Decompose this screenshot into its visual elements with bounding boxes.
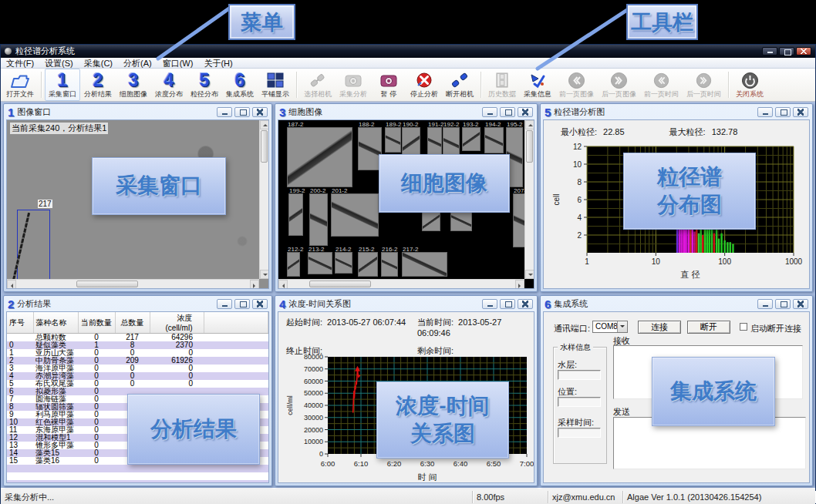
window-minimize-button[interactable] [762,47,777,55]
next-image-button[interactable]: 后一页图像 [598,69,640,101]
connect-button[interactable]: 连接 [638,321,681,334]
panel1-title-bar[interactable]: 1 图像窗口 [4,104,271,119]
view-capture-window-button[interactable]: 1 采集窗口 [45,69,80,101]
panel6-title-bar[interactable]: 6 集成系统 [541,296,812,311]
panel1-close-button[interactable] [252,107,268,117]
menu-item-analysis[interactable]: 分析(A) [118,58,157,69]
scrollbar-thumb[interactable] [76,281,138,287]
panel2-maximize-button[interactable] [234,299,250,309]
scroll-down-arrow-icon[interactable] [260,270,269,279]
view-analysis-results-button[interactable]: 2 分析结果 [80,69,116,101]
prev-time-button[interactable]: 前一页时间 [640,69,683,101]
com-port-select[interactable]: COM8 [592,321,628,333]
panel3-title-bar[interactable]: 3 细胞图像 [275,104,537,119]
cell-thumbnail[interactable]: 214-2 [336,253,352,273]
panel3-maximize-button[interactable] [500,107,515,117]
cell-thumbnail[interactable]: 200-2 [310,194,327,245]
table-row[interactable] [7,480,268,482]
cell-thumbnail[interactable]: 194-2 [485,128,503,153]
column-header-concentration[interactable]: 浓度(cell/ml) [150,312,204,334]
scroll-up-arrow-icon[interactable] [260,120,269,129]
sample-time-input[interactable] [558,428,601,438]
title-bar[interactable]: 粒径谱分析系统 [1,45,815,58]
menu-item-capture[interactable]: 采集(C) [79,58,118,69]
table-row[interactable]: 4赤潮异湾藻000 [7,372,268,380]
next-time-button[interactable]: 后一页时间 [683,69,725,101]
cell-thumbnail[interactable]: 188-2 [359,128,381,170]
cell-thumbnail[interactable]: 215-2 [359,253,377,276]
scroll-left-arrow-icon[interactable] [278,280,288,289]
view-integrated-system-button[interactable]: 6 集成系统 [222,69,258,101]
menu-item-file[interactable]: 文件(F) [1,58,39,69]
panel5-minimize-button[interactable] [757,107,773,117]
panel5-maximize-button[interactable] [775,107,791,117]
select-camera-button[interactable]: 选择相机 [300,69,336,101]
history-data-button[interactable]: 历史数据 [484,69,520,101]
scrollbar-thumb[interactable] [261,130,268,163]
view-size-distribution-button[interactable]: 5 粒径分布 [187,69,222,101]
window-maximize-button[interactable] [779,47,794,55]
cell-thumbnail[interactable]: 191-2 [428,128,441,156]
cell-thumbnail[interactable]: 199-2 [289,194,302,235]
panel6-maximize-button[interactable] [775,299,791,309]
cell-thumbnail[interactable]: 193-2 [463,128,480,150]
table-row[interactable]: 1亚历山大藻000 [7,349,268,357]
cell-thumbnail[interactable]: 187-2 [288,128,352,186]
panel1-maximize-button[interactable] [234,107,250,117]
panel3-vertical-scrollbar[interactable] [524,120,534,279]
scrollbar-thumb[interactable] [309,281,371,287]
position-input[interactable] [558,397,601,407]
scroll-left-arrow-icon[interactable] [7,280,16,289]
close-system-button[interactable]: 关闭系统 [732,69,767,101]
cell-thumbnail[interactable] [451,211,471,230]
cell-thumbnail[interactable]: 201-2 [332,194,378,236]
auto-connect-checkbox[interactable] [740,323,747,331]
panel3-horizontal-scrollbar[interactable] [278,279,524,288]
cell-thumbnail[interactable]: 207-2 [514,194,525,247]
panel5-close-button[interactable] [793,107,808,117]
scroll-right-arrow-icon[interactable] [250,280,259,289]
panel6-minimize-button[interactable] [757,299,773,309]
menu-item-settings[interactable]: 设置(S) [39,58,79,69]
capture-info-button[interactable]: 采集信息 [520,69,555,101]
column-header-seq[interactable]: 序号 [7,312,33,334]
capture-image-view[interactable]: 当前采集240，分析结果1 217 采集窗口 [6,119,269,289]
scroll-down-arrow-icon[interactable] [525,270,534,279]
column-header-current-count[interactable]: 当前数量 [78,312,115,334]
cell-thumbnail[interactable]: 212-2 [288,253,299,276]
column-header-species[interactable]: 藻种名称 [33,312,78,334]
disconnect-button[interactable]: 断开 [687,321,730,334]
menu-item-window[interactable]: 窗口(W) [157,58,199,69]
chevron-down-icon[interactable] [617,321,627,332]
panel2-close-button[interactable] [252,299,268,309]
water-layer-input[interactable] [558,370,601,380]
table-row[interactable]: 0疑似藻类182370 [7,341,268,349]
table-row[interactable]: 3海洋原甲藻000 [7,365,268,372]
table-row[interactable]: 2中肋骨条藻020961926 [7,357,268,365]
capture-analyze-button[interactable]: 采集分析 [336,69,371,101]
open-file-button[interactable]: 打开文件 [2,69,38,101]
scrollbar-thumb[interactable] [526,130,533,163]
column-header-total-count[interactable]: 总数量 [115,312,150,334]
table-row[interactable]: 总颗粒数021764296 [7,334,268,342]
panel3-minimize-button[interactable] [482,107,497,117]
cell-thumbnail[interactable]: 189-2 [386,128,400,152]
table-row[interactable]: 5布氏双尾藻000 [7,380,268,388]
view-concentration-button[interactable]: 4 浓度分布 [151,69,187,101]
view-cell-images-button[interactable]: 3 细胞图像 [116,69,151,101]
panel1-minimize-button[interactable] [217,107,232,117]
cell-thumbnail[interactable]: 217-2 [403,253,447,276]
tile-display-button[interactable]: 平铺显示 [258,69,293,101]
window-close-button[interactable] [796,47,811,55]
stop-analysis-button[interactable]: 停止分析 [406,69,442,101]
menu-item-about[interactable]: 关于(H) [198,58,238,69]
panel6-close-button[interactable] [793,299,808,309]
cell-thumbnail[interactable] [423,213,440,230]
panel4-maximize-button[interactable] [500,299,515,309]
panel4-close-button[interactable] [518,299,533,309]
panel3-close-button[interactable] [518,107,533,117]
panel2-minimize-button[interactable] [217,299,232,309]
prev-image-button[interactable]: 前一页图像 [555,69,598,101]
cell-thumbnail[interactable]: 213-2 [309,253,332,274]
panel4-title-bar[interactable]: 4 浓度-时间关系图 [275,296,537,311]
